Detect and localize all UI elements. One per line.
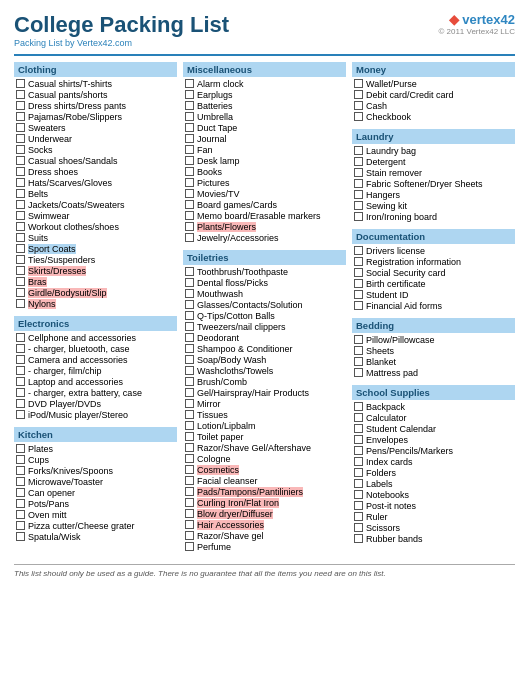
- item-checkbox[interactable]: [16, 255, 25, 264]
- item-checkbox[interactable]: [354, 101, 363, 110]
- item-checkbox[interactable]: [185, 421, 194, 430]
- item-checkbox[interactable]: [185, 454, 194, 463]
- item-checkbox[interactable]: [185, 410, 194, 419]
- item-checkbox[interactable]: [16, 333, 25, 342]
- item-checkbox[interactable]: [185, 344, 194, 353]
- item-checkbox[interactable]: [16, 455, 25, 464]
- item-checkbox[interactable]: [16, 101, 25, 110]
- item-checkbox[interactable]: [354, 168, 363, 177]
- item-checkbox[interactable]: [185, 101, 194, 110]
- item-checkbox[interactable]: [16, 90, 25, 99]
- item-checkbox[interactable]: [354, 512, 363, 521]
- item-checkbox[interactable]: [185, 200, 194, 209]
- item-checkbox[interactable]: [185, 498, 194, 507]
- item-checkbox[interactable]: [185, 211, 194, 220]
- item-checkbox[interactable]: [16, 399, 25, 408]
- item-checkbox[interactable]: [354, 112, 363, 121]
- item-checkbox[interactable]: [16, 521, 25, 530]
- item-checkbox[interactable]: [354, 346, 363, 355]
- item-checkbox[interactable]: [16, 156, 25, 165]
- item-checkbox[interactable]: [16, 355, 25, 364]
- item-checkbox[interactable]: [354, 402, 363, 411]
- item-checkbox[interactable]: [354, 212, 363, 221]
- item-checkbox[interactable]: [16, 189, 25, 198]
- item-checkbox[interactable]: [16, 233, 25, 242]
- item-checkbox[interactable]: [354, 457, 363, 466]
- item-checkbox[interactable]: [16, 123, 25, 132]
- item-checkbox[interactable]: [185, 112, 194, 121]
- item-checkbox[interactable]: [185, 355, 194, 364]
- item-checkbox[interactable]: [185, 300, 194, 309]
- item-checkbox[interactable]: [185, 520, 194, 529]
- item-checkbox[interactable]: [185, 178, 194, 187]
- item-checkbox[interactable]: [185, 399, 194, 408]
- item-checkbox[interactable]: [354, 246, 363, 255]
- item-checkbox[interactable]: [185, 542, 194, 551]
- item-checkbox[interactable]: [16, 299, 25, 308]
- item-checkbox[interactable]: [354, 368, 363, 377]
- item-checkbox[interactable]: [185, 311, 194, 320]
- subheader-link[interactable]: Packing List by Vertex42.com: [14, 38, 229, 48]
- item-checkbox[interactable]: [16, 488, 25, 497]
- item-checkbox[interactable]: [354, 501, 363, 510]
- item-checkbox[interactable]: [16, 466, 25, 475]
- item-checkbox[interactable]: [354, 257, 363, 266]
- item-checkbox[interactable]: [185, 322, 194, 331]
- item-checkbox[interactable]: [185, 145, 194, 154]
- item-checkbox[interactable]: [16, 344, 25, 353]
- item-checkbox[interactable]: [16, 211, 25, 220]
- item-checkbox[interactable]: [16, 499, 25, 508]
- item-checkbox[interactable]: [16, 477, 25, 486]
- item-checkbox[interactable]: [185, 531, 194, 540]
- item-checkbox[interactable]: [185, 476, 194, 485]
- item-checkbox[interactable]: [354, 435, 363, 444]
- item-checkbox[interactable]: [354, 534, 363, 543]
- item-checkbox[interactable]: [354, 290, 363, 299]
- item-checkbox[interactable]: [16, 79, 25, 88]
- item-checkbox[interactable]: [16, 288, 25, 297]
- item-checkbox[interactable]: [354, 357, 363, 366]
- item-checkbox[interactable]: [16, 222, 25, 231]
- item-checkbox[interactable]: [185, 333, 194, 342]
- item-checkbox[interactable]: [16, 200, 25, 209]
- item-checkbox[interactable]: [16, 410, 25, 419]
- item-checkbox[interactable]: [16, 444, 25, 453]
- item-checkbox[interactable]: [185, 134, 194, 143]
- item-checkbox[interactable]: [16, 266, 25, 275]
- item-checkbox[interactable]: [354, 279, 363, 288]
- item-checkbox[interactable]: [354, 179, 363, 188]
- item-checkbox[interactable]: [185, 79, 194, 88]
- item-checkbox[interactable]: [185, 167, 194, 176]
- item-checkbox[interactable]: [185, 509, 194, 518]
- item-checkbox[interactable]: [185, 123, 194, 132]
- item-checkbox[interactable]: [354, 146, 363, 155]
- item-checkbox[interactable]: [354, 201, 363, 210]
- item-checkbox[interactable]: [185, 189, 194, 198]
- item-checkbox[interactable]: [354, 446, 363, 455]
- item-checkbox[interactable]: [185, 222, 194, 231]
- item-checkbox[interactable]: [185, 377, 194, 386]
- item-checkbox[interactable]: [185, 90, 194, 99]
- item-checkbox[interactable]: [16, 145, 25, 154]
- item-checkbox[interactable]: [16, 510, 25, 519]
- item-checkbox[interactable]: [185, 156, 194, 165]
- item-checkbox[interactable]: [354, 301, 363, 310]
- item-checkbox[interactable]: [354, 479, 363, 488]
- item-checkbox[interactable]: [185, 487, 194, 496]
- item-checkbox[interactable]: [185, 267, 194, 276]
- item-checkbox[interactable]: [354, 413, 363, 422]
- item-checkbox[interactable]: [16, 277, 25, 286]
- item-checkbox[interactable]: [354, 335, 363, 344]
- item-checkbox[interactable]: [16, 134, 25, 143]
- item-checkbox[interactable]: [354, 157, 363, 166]
- item-checkbox[interactable]: [16, 167, 25, 176]
- item-checkbox[interactable]: [16, 532, 25, 541]
- item-checkbox[interactable]: [16, 366, 25, 375]
- item-checkbox[interactable]: [185, 366, 194, 375]
- item-checkbox[interactable]: [185, 388, 194, 397]
- item-checkbox[interactable]: [185, 289, 194, 298]
- item-checkbox[interactable]: [354, 468, 363, 477]
- item-checkbox[interactable]: [354, 490, 363, 499]
- item-checkbox[interactable]: [354, 79, 363, 88]
- item-checkbox[interactable]: [354, 523, 363, 532]
